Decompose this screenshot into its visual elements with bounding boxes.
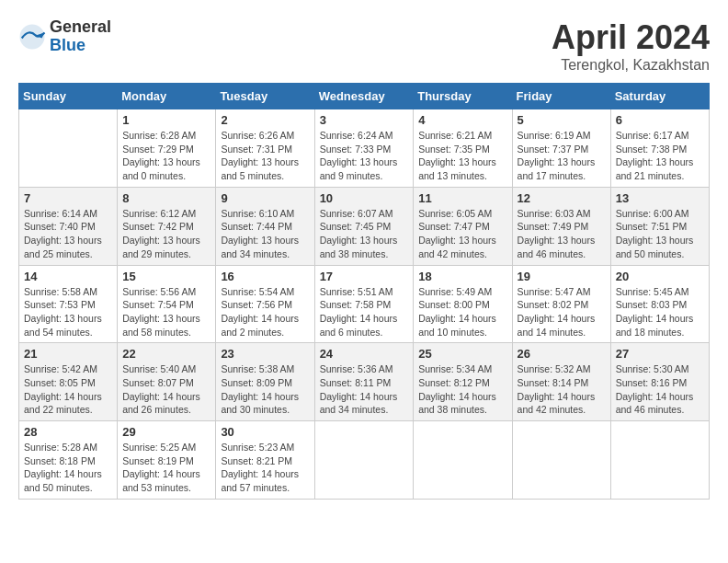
column-header-saturday: Saturday [610, 84, 709, 109]
day-cell: 20Sunrise: 5:45 AMSunset: 8:03 PMDayligh… [610, 265, 709, 343]
day-info: Sunrise: 5:34 AMSunset: 8:12 PMDaylight:… [418, 362, 506, 417]
column-header-sunday: Sunday [19, 84, 118, 109]
column-header-friday: Friday [512, 84, 610, 109]
day-info: Sunrise: 6:26 AMSunset: 7:31 PMDaylight:… [221, 129, 309, 183]
day-cell: 11Sunrise: 6:05 AMSunset: 7:47 PMDayligh… [414, 187, 512, 265]
day-number: 21 [24, 347, 112, 361]
day-cell [314, 421, 414, 500]
day-info: Sunrise: 5:36 AMSunset: 8:11 PMDaylight:… [320, 362, 409, 417]
day-number: 12 [518, 191, 606, 205]
day-info: Sunrise: 5:38 AMSunset: 8:09 PMDaylight:… [221, 362, 309, 417]
day-info: Sunrise: 6:24 AMSunset: 7:33 PMDaylight:… [320, 129, 409, 183]
day-info: Sunrise: 5:51 AMSunset: 7:58 PMDaylight:… [320, 285, 409, 339]
day-number: 13 [616, 191, 704, 205]
logo-blue-text: Blue [50, 37, 111, 55]
calendar-table: SundayMondayTuesdayWednesdayThursdayFrid… [18, 83, 710, 500]
day-info: Sunrise: 6:05 AMSunset: 7:47 PMDaylight:… [418, 207, 506, 261]
day-cell: 8Sunrise: 6:12 AMSunset: 7:42 PMDaylight… [118, 187, 216, 265]
day-number: 17 [320, 270, 409, 283]
day-info: Sunrise: 5:45 AMSunset: 8:03 PMDaylight:… [616, 285, 704, 339]
day-info: Sunrise: 5:32 AMSunset: 8:14 PMDaylight:… [518, 362, 606, 417]
day-cell: 28Sunrise: 5:28 AMSunset: 8:18 PMDayligh… [19, 421, 118, 500]
day-number: 2 [221, 113, 309, 127]
day-cell: 27Sunrise: 5:30 AMSunset: 8:16 PMDayligh… [610, 343, 709, 421]
day-number: 23 [221, 347, 309, 361]
day-info: Sunrise: 5:25 AMSunset: 8:19 PMDaylight:… [122, 441, 210, 495]
day-info: Sunrise: 5:54 AMSunset: 7:56 PMDaylight:… [221, 285, 309, 339]
day-number: 7 [24, 191, 112, 205]
day-cell: 4Sunrise: 6:21 AMSunset: 7:35 PMDaylight… [414, 109, 512, 188]
day-cell: 7Sunrise: 6:14 AMSunset: 7:40 PMDaylight… [19, 187, 118, 265]
day-info: Sunrise: 6:12 AMSunset: 7:42 PMDaylight:… [122, 207, 210, 261]
day-info: Sunrise: 5:40 AMSunset: 8:07 PMDaylight:… [122, 362, 210, 417]
day-cell: 14Sunrise: 5:58 AMSunset: 7:53 PMDayligh… [19, 265, 118, 343]
day-cell: 9Sunrise: 6:10 AMSunset: 7:44 PMDaylight… [216, 187, 314, 265]
day-number: 5 [518, 113, 606, 127]
day-number: 19 [518, 270, 606, 283]
column-header-tuesday: Tuesday [216, 84, 314, 109]
day-cell: 16Sunrise: 5:54 AMSunset: 7:56 PMDayligh… [216, 265, 314, 343]
day-cell [414, 421, 512, 500]
day-cell: 18Sunrise: 5:49 AMSunset: 8:00 PMDayligh… [414, 265, 512, 343]
day-number: 11 [418, 191, 506, 205]
day-number: 10 [320, 191, 409, 205]
day-info: Sunrise: 6:17 AMSunset: 7:38 PMDaylight:… [616, 129, 704, 183]
day-info: Sunrise: 6:03 AMSunset: 7:49 PMDaylight:… [518, 207, 606, 261]
day-cell: 24Sunrise: 5:36 AMSunset: 8:11 PMDayligh… [314, 343, 414, 421]
day-cell: 12Sunrise: 6:03 AMSunset: 7:49 PMDayligh… [512, 187, 610, 265]
day-number: 20 [616, 270, 704, 283]
day-cell: 26Sunrise: 5:32 AMSunset: 8:14 PMDayligh… [512, 343, 610, 421]
day-number: 6 [616, 113, 704, 127]
day-number: 30 [221, 425, 309, 439]
day-number: 25 [418, 347, 506, 361]
day-cell: 23Sunrise: 5:38 AMSunset: 8:09 PMDayligh… [216, 343, 314, 421]
day-info: Sunrise: 5:47 AMSunset: 8:02 PMDaylight:… [518, 285, 606, 339]
day-info: Sunrise: 6:10 AMSunset: 7:44 PMDaylight:… [221, 207, 309, 261]
day-number: 14 [24, 270, 112, 283]
day-cell: 22Sunrise: 5:40 AMSunset: 8:07 PMDayligh… [118, 343, 216, 421]
day-number: 29 [122, 425, 210, 439]
day-cell: 3Sunrise: 6:24 AMSunset: 7:33 PMDaylight… [314, 109, 414, 188]
column-header-monday: Monday [118, 84, 216, 109]
day-info: Sunrise: 6:14 AMSunset: 7:40 PMDaylight:… [24, 207, 112, 261]
day-info: Sunrise: 5:30 AMSunset: 8:16 PMDaylight:… [616, 362, 704, 417]
logo: General Blue [18, 18, 111, 55]
day-cell: 1Sunrise: 6:28 AMSunset: 7:29 PMDaylight… [118, 109, 216, 188]
day-number: 27 [616, 347, 704, 361]
day-cell: 21Sunrise: 5:42 AMSunset: 8:05 PMDayligh… [19, 343, 118, 421]
day-info: Sunrise: 5:23 AMSunset: 8:21 PMDaylight:… [221, 441, 309, 495]
day-cell [19, 109, 118, 188]
day-number: 16 [221, 270, 309, 283]
day-cell: 25Sunrise: 5:34 AMSunset: 8:12 PMDayligh… [414, 343, 512, 421]
day-info: Sunrise: 6:07 AMSunset: 7:45 PMDaylight:… [320, 207, 409, 261]
logo-icon [18, 23, 46, 51]
day-info: Sunrise: 5:58 AMSunset: 7:53 PMDaylight:… [24, 285, 112, 339]
day-info: Sunrise: 5:49 AMSunset: 8:00 PMDaylight:… [418, 285, 506, 339]
day-number: 1 [122, 113, 210, 127]
day-info: Sunrise: 5:28 AMSunset: 8:18 PMDaylight:… [24, 441, 112, 495]
day-number: 28 [24, 425, 112, 439]
day-number: 26 [518, 347, 606, 361]
day-info: Sunrise: 6:28 AMSunset: 7:29 PMDaylight:… [122, 129, 210, 183]
header: General Blue April 2024 Terengkol, Kazak… [18, 18, 710, 74]
week-row-5: 28Sunrise: 5:28 AMSunset: 8:18 PMDayligh… [19, 421, 710, 500]
day-number: 22 [122, 347, 210, 361]
column-header-thursday: Thursday [414, 84, 512, 109]
day-info: Sunrise: 5:56 AMSunset: 7:54 PMDaylight:… [122, 285, 210, 339]
day-cell [512, 421, 610, 500]
month-title: April 2024 [552, 18, 710, 57]
day-cell: 13Sunrise: 6:00 AMSunset: 7:51 PMDayligh… [610, 187, 709, 265]
day-cell: 6Sunrise: 6:17 AMSunset: 7:38 PMDaylight… [610, 109, 709, 188]
day-number: 8 [122, 191, 210, 205]
day-cell: 5Sunrise: 6:19 AMSunset: 7:37 PMDaylight… [512, 109, 610, 188]
day-number: 9 [221, 191, 309, 205]
day-cell: 29Sunrise: 5:25 AMSunset: 8:19 PMDayligh… [118, 421, 216, 500]
day-number: 24 [320, 347, 409, 361]
day-info: Sunrise: 5:42 AMSunset: 8:05 PMDaylight:… [24, 362, 112, 417]
day-info: Sunrise: 6:00 AMSunset: 7:51 PMDaylight:… [616, 207, 704, 261]
week-row-3: 14Sunrise: 5:58 AMSunset: 7:53 PMDayligh… [19, 265, 710, 343]
day-cell: 10Sunrise: 6:07 AMSunset: 7:45 PMDayligh… [314, 187, 414, 265]
day-number: 15 [122, 270, 210, 283]
week-row-1: 1Sunrise: 6:28 AMSunset: 7:29 PMDaylight… [19, 109, 710, 188]
logo-general-text: General [50, 18, 111, 37]
